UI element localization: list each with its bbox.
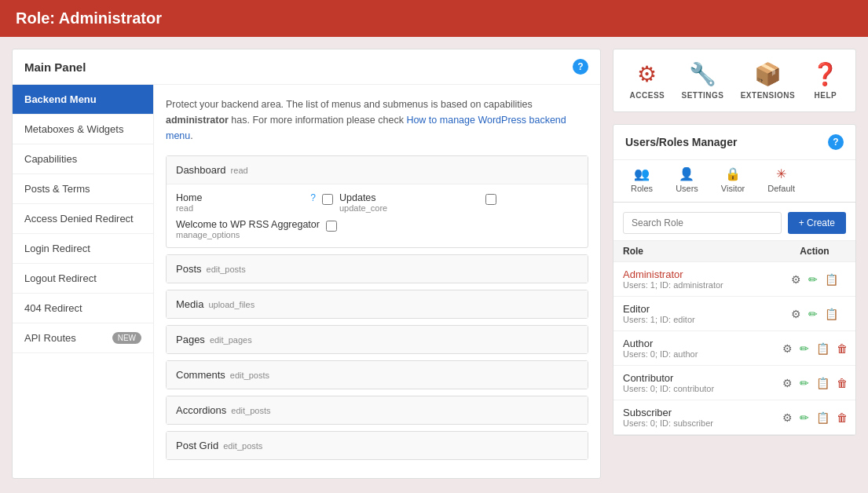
- tab-users[interactable]: 👤 Users: [666, 160, 708, 202]
- sidebar-item-capabilities[interactable]: Capabilities: [13, 144, 153, 174]
- editor-settings-icon[interactable]: ⚙: [789, 306, 803, 322]
- home-info: Home read: [176, 192, 304, 213]
- role-row-author: Author Users: 0; ID: author ⚙ ✏ 📋 🗑: [613, 331, 855, 366]
- roles-manager-help-icon[interactable]: ?: [828, 134, 844, 150]
- contributor-info: Contributor Users: 0; ID: contributor: [623, 372, 783, 393]
- updates-checkbox[interactable]: [485, 194, 496, 205]
- author-settings-icon[interactable]: ⚙: [781, 341, 794, 356]
- subscriber-actions: ⚙ ✏ 📋 🗑: [783, 410, 846, 425]
- administrator-settings-icon[interactable]: ⚙: [789, 272, 803, 287]
- settings-label: SETTINGS: [681, 91, 723, 100]
- comments-section-header[interactable]: Comments edit_posts: [167, 361, 588, 389]
- pages-cap: edit_pages: [210, 335, 252, 345]
- author-meta: Users: 0; ID: author: [623, 349, 783, 359]
- posts-title: Posts: [176, 263, 202, 275]
- help-label: HELP: [815, 91, 837, 100]
- sidebar-item-access-denied[interactable]: Access Denied Redirect: [13, 204, 153, 234]
- menu-item-updates: Updates update_core: [339, 192, 496, 213]
- editor-copy-icon[interactable]: 📋: [823, 306, 840, 322]
- posts-section-header[interactable]: Posts edit_posts: [167, 255, 588, 283]
- extensions-icon-item[interactable]: 📦 EXTENSIONS: [741, 61, 795, 100]
- page-title: Role: Administrator: [16, 9, 852, 27]
- accordions-cap: edit_posts: [231, 406, 270, 415]
- editor-edit-icon[interactable]: ✏: [807, 306, 819, 322]
- contributor-name: Contributor: [623, 372, 783, 384]
- access-icon: ⚙: [637, 61, 657, 87]
- contributor-delete-icon[interactable]: 🗑: [835, 375, 849, 391]
- users-tab-icon: 👤: [679, 166, 694, 181]
- contributor-copy-icon[interactable]: 📋: [815, 375, 831, 391]
- cap-bold: administrator: [166, 115, 229, 126]
- sidebar-item-404-redirect[interactable]: 404 Redirect: [13, 294, 153, 323]
- subscriber-copy-icon[interactable]: 📋: [815, 410, 831, 425]
- subscriber-settings-icon[interactable]: ⚙: [781, 410, 794, 425]
- search-role-input[interactable]: [623, 212, 782, 234]
- administrator-copy-icon[interactable]: 📋: [823, 272, 840, 287]
- main-panel-help-icon[interactable]: ?: [573, 59, 588, 75]
- help-icon-item[interactable]: ❓ HELP: [811, 61, 839, 100]
- subscriber-delete-icon[interactable]: 🗑: [835, 410, 849, 425]
- menu-section-posts: Posts edit_posts: [166, 254, 588, 283]
- roles-manager: Users/Roles Manager ? 👥 Roles 👤 Users 🔒: [613, 124, 856, 436]
- contributor-actions: ⚙ ✏ 📋 🗑: [783, 375, 846, 391]
- tab-visitor[interactable]: 🔒 Visitor: [712, 160, 754, 202]
- top-icons-bar: ⚙ ACCESS 🔧 SETTINGS 📦 EXTENSIONS ❓ HELP: [613, 49, 856, 112]
- users-tab-label: Users: [676, 184, 698, 193]
- right-panel: ⚙ ACCESS 🔧 SETTINGS 📦 EXTENSIONS ❓ HELP: [613, 49, 856, 481]
- roles-tabs: 👥 Roles 👤 Users 🔒 Visitor ✳ Default: [613, 160, 855, 203]
- wp-rss-cap: manage_options: [176, 230, 320, 239]
- main-panel-title: Main Panel: [24, 60, 86, 74]
- tab-roles[interactable]: 👥 Roles: [621, 160, 662, 202]
- sidebar-item-posts-terms[interactable]: Posts & Terms: [13, 174, 153, 204]
- subscriber-edit-icon[interactable]: ✏: [798, 410, 811, 425]
- roles-tab-icon: 👥: [634, 166, 650, 181]
- contributor-edit-icon[interactable]: ✏: [798, 375, 811, 391]
- default-tab-label: Default: [767, 184, 795, 193]
- tab-default[interactable]: ✳ Default: [758, 160, 804, 202]
- pages-title: Pages: [176, 334, 205, 345]
- author-name: Author: [623, 338, 783, 349]
- pages-section-header[interactable]: Pages edit_pages: [167, 326, 588, 353]
- roles-manager-title: Users/Roles Manager: [625, 136, 737, 148]
- main-panel-box: Main Panel ? Backend Menu Metaboxes & Wi…: [12, 49, 601, 479]
- menu-item-wp-rss: Welcome to WP RSS Aggregator manage_opti…: [176, 219, 337, 239]
- wp-rss-info: Welcome to WP RSS Aggregator manage_opti…: [176, 219, 320, 239]
- updates-info: Updates update_core: [339, 192, 479, 213]
- home-cap: read: [176, 203, 304, 213]
- home-name: Home: [176, 192, 304, 203]
- editor-meta: Users: 1; ID: editor: [623, 315, 783, 324]
- access-label: ACCESS: [630, 91, 665, 100]
- sidebar-item-api-routes[interactable]: API Routes NEW: [13, 323, 153, 353]
- subscriber-name: Subscriber: [623, 407, 783, 418]
- subscriber-meta: Users: 0; ID: subscriber: [623, 418, 783, 428]
- contributor-settings-icon[interactable]: ⚙: [781, 375, 794, 391]
- sidebar-item-backend-menu[interactable]: Backend Menu: [13, 85, 153, 115]
- wp-rss-checkbox[interactable]: [326, 221, 337, 232]
- administrator-name: Administrator: [623, 268, 783, 280]
- sidebar-item-login-redirect[interactable]: Login Redirect: [13, 234, 153, 264]
- media-title: Media: [176, 298, 203, 310]
- sidebar-item-logout-redirect[interactable]: Logout Redirect: [13, 264, 153, 294]
- dashboard-items-grid: Home read ? Updates: [176, 192, 578, 239]
- administrator-edit-icon[interactable]: ✏: [807, 272, 819, 287]
- author-edit-icon[interactable]: ✏: [798, 341, 811, 356]
- settings-icon-item[interactable]: 🔧 SETTINGS: [681, 61, 723, 100]
- post-grid-section-header[interactable]: Post Grid edit_posts: [167, 432, 588, 459]
- dashboard-cap: read: [231, 166, 248, 175]
- access-icon-item[interactable]: ⚙ ACCESS: [630, 61, 665, 100]
- author-delete-icon[interactable]: 🗑: [835, 341, 849, 356]
- dashboard-section-header[interactable]: Dashboard read: [167, 156, 588, 184]
- content-area: Protect your backend area. The list of m…: [154, 85, 600, 478]
- sidebar-item-metaboxes[interactable]: Metaboxes & Widgets: [13, 115, 153, 144]
- role-row-subscriber: Subscriber Users: 0; ID: subscriber ⚙ ✏ …: [613, 400, 855, 435]
- home-help-icon[interactable]: ?: [310, 192, 316, 203]
- visitor-tab-icon: 🔒: [725, 166, 741, 181]
- home-checkbox[interactable]: [322, 194, 333, 205]
- author-actions: ⚙ ✏ 📋 🗑: [783, 341, 846, 356]
- accordions-section-header[interactable]: Accordions edit_posts: [167, 396, 588, 424]
- author-copy-icon[interactable]: 📋: [815, 341, 831, 356]
- settings-icon: 🔧: [689, 61, 716, 87]
- create-role-button[interactable]: + Create: [788, 212, 846, 234]
- administrator-meta: Users: 1; ID: administrator: [623, 280, 783, 290]
- media-section-header[interactable]: Media upload_files: [167, 290, 588, 318]
